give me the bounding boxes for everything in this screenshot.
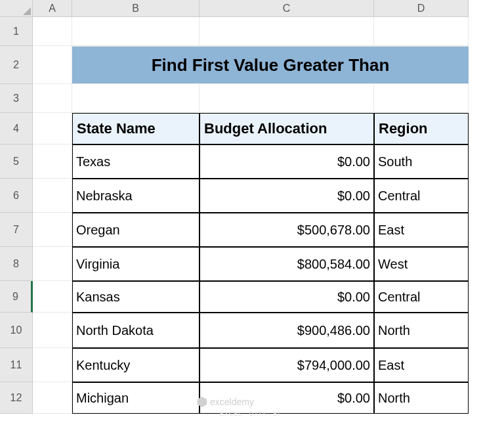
cell-budget-3[interactable]: $800,584.00 (200, 247, 374, 281)
table-header-state[interactable]: State Name (72, 113, 200, 144)
cell-budget-0[interactable]: $0.00 (200, 144, 374, 179)
cell-a12[interactable] (33, 382, 72, 414)
col-header-d[interactable]: D (374, 0, 469, 17)
cell-b1[interactable] (72, 17, 200, 46)
cell-state-6[interactable]: Kentucky (72, 348, 200, 382)
cell-budget-1[interactable]: $0.00 (200, 179, 374, 213)
cell-a11[interactable] (33, 348, 72, 382)
row-header-8[interactable]: 8 (0, 247, 33, 281)
cell-budget-6[interactable]: $794,000.00 (200, 348, 374, 382)
cell-state-1[interactable]: Nebraska (72, 179, 200, 213)
row-header-5[interactable]: 5 (0, 144, 33, 179)
watermark-text: exceldemy (210, 397, 254, 407)
row-header-12[interactable]: 12 (0, 382, 33, 414)
cell-a3[interactable] (33, 84, 72, 113)
cell-a2[interactable] (33, 46, 72, 84)
cell-a6[interactable] (33, 179, 72, 213)
cell-a1[interactable] (33, 17, 72, 46)
cell-c1[interactable] (200, 17, 374, 46)
cell-state-0[interactable]: Texas (72, 144, 200, 179)
cell-state-4[interactable]: Kansas (72, 281, 200, 313)
watermark: exceldemy (197, 397, 254, 407)
cell-a4[interactable] (33, 113, 72, 144)
col-header-a[interactable]: A (33, 0, 72, 17)
row-header-9[interactable]: 9 (0, 281, 33, 313)
row-header-4[interactable]: 4 (0, 113, 33, 144)
cell-a10[interactable] (33, 313, 72, 348)
table-header-budget[interactable]: Budget Allocation (200, 113, 374, 144)
cell-region-6[interactable]: East (374, 348, 469, 382)
cell-b3[interactable] (72, 84, 200, 113)
cell-a9[interactable] (33, 281, 72, 313)
select-all-corner[interactable] (0, 0, 33, 17)
title-cell[interactable]: Find First Value Greater Than (72, 46, 469, 84)
cell-state-2[interactable]: Oregan (72, 213, 200, 247)
cell-region-2[interactable]: East (374, 213, 469, 247)
cell-a8[interactable] (33, 247, 72, 281)
watermark-subtext: EXCEL · DATA · BI (220, 410, 280, 417)
cell-d1[interactable] (374, 17, 469, 46)
cell-a7[interactable] (33, 213, 72, 247)
cell-region-4[interactable]: Central (374, 281, 469, 313)
cell-state-7[interactable]: Michigan (72, 382, 200, 414)
cell-region-0[interactable]: South (374, 144, 469, 179)
cell-budget-4[interactable]: $0.00 (200, 281, 374, 313)
row-header-1[interactable]: 1 (0, 17, 33, 46)
cell-region-3[interactable]: West (374, 247, 469, 281)
col-header-c[interactable]: C (200, 0, 374, 17)
row-header-7[interactable]: 7 (0, 213, 33, 247)
cell-region-1[interactable]: Central (374, 179, 469, 213)
cell-c3[interactable] (200, 84, 374, 113)
row-header-3[interactable]: 3 (0, 84, 33, 113)
spreadsheet-grid: A B C D 1 2 Find First Value Greater Tha… (0, 0, 504, 440)
table-header-region[interactable]: Region (374, 113, 469, 144)
row-header-2[interactable]: 2 (0, 46, 33, 84)
row-header-6[interactable]: 6 (0, 179, 33, 213)
cell-a5[interactable] (33, 144, 72, 179)
row-header-10[interactable]: 10 (0, 313, 33, 348)
col-header-b[interactable]: B (72, 0, 200, 17)
cell-state-5[interactable]: North Dakota (72, 313, 200, 348)
cell-d3[interactable] (374, 84, 469, 113)
cell-state-3[interactable]: Virginia (72, 247, 200, 281)
cell-budget-2[interactable]: $500,678.00 (200, 213, 374, 247)
cell-region-5[interactable]: North (374, 313, 469, 348)
cell-region-7[interactable]: North (374, 382, 469, 414)
watermark-icon (197, 397, 207, 407)
cell-budget-5[interactable]: $900,486.00 (200, 313, 374, 348)
row-header-11[interactable]: 11 (0, 348, 33, 382)
